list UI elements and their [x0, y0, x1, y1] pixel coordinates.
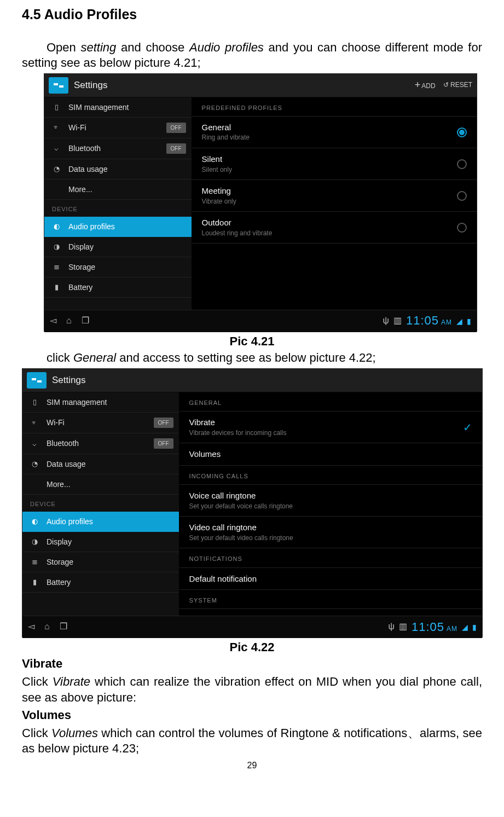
profile-title: Outdoor — [202, 217, 457, 228]
row-vibrate[interactable]: Vibrate Vibrate devices for incoming cal… — [179, 412, 482, 443]
text-em: General — [73, 351, 116, 364]
panel-heading: PREDEFINED PROFILES — [192, 97, 477, 117]
app-title: Settings — [74, 79, 415, 91]
profile-title: Meeting — [202, 186, 457, 196]
screenshot-general-settings: Settings ▯ SIM management ᯤ Wi-Fi OFF ⌵ … — [22, 368, 483, 638]
usb-icon: ψ — [383, 315, 389, 327]
radio-icon[interactable] — [457, 191, 467, 201]
sidebar-item-storage[interactable]: ≣ Storage — [22, 552, 179, 572]
sidebar-item-battery[interactable]: ▮ Battery — [22, 572, 179, 593]
battery-icon: ▮ — [30, 578, 39, 587]
row-title: Default notification — [189, 573, 472, 584]
sidebar-item-display[interactable]: ◑ Display — [44, 237, 192, 257]
sidebar-item-bluetooth[interactable]: ⌵ Bluetooth OFF — [22, 433, 179, 454]
sidebar-item-label: Display — [47, 537, 72, 547]
wifi-toggle[interactable]: OFF — [166, 123, 186, 133]
sidebar-item-label: Audio profiles — [47, 517, 93, 526]
text: which can realize the vibration effect o… — [22, 675, 482, 704]
sidebar-item-label: Audio profiles — [68, 222, 115, 231]
home-icon[interactable]: ⌂ — [66, 315, 72, 327]
check-icon[interactable]: ✓ — [463, 420, 472, 434]
profile-outdoor[interactable]: Outdoor Loudest ring and vibrate — [192, 212, 477, 244]
sidebar-item-wifi[interactable]: ᯤ Wi-Fi OFF — [22, 413, 179, 433]
profile-meeting[interactable]: Meeting Vibrate only — [192, 180, 477, 212]
text: and access to setting see as below pictu… — [116, 351, 376, 364]
battery-status-icon: ▮ — [472, 622, 477, 632]
row-title: Vibrate — [189, 417, 463, 428]
radio-icon[interactable] — [457, 159, 467, 169]
status-clock: 11:05 AM — [412, 619, 457, 635]
profile-subtitle: Ring and vibrate — [202, 134, 457, 142]
profile-subtitle: Loudest ring and vibrate — [202, 229, 457, 238]
sidebar-item-sim[interactable]: ▯ SIM management — [44, 97, 192, 118]
battery-status-icon: ▮ — [467, 316, 471, 326]
bt-toggle[interactable]: OFF — [166, 143, 186, 154]
wifi-toggle[interactable]: OFF — [154, 418, 173, 428]
bt-toggle[interactable]: OFF — [154, 438, 173, 449]
app-header: Settings +ADD ↺ RESET — [44, 74, 477, 97]
data-usage-icon: ◔ — [52, 165, 61, 173]
sidebar-item-label: SIM management — [68, 102, 129, 112]
status-clock: 11:05 AM — [406, 313, 452, 329]
settings-sidebar: ▯ SIM management ᯤ Wi-Fi OFF ⌵ Bluetooth… — [22, 392, 179, 616]
radio-selected-icon[interactable] — [457, 128, 467, 137]
row-default-notification[interactable]: Default notification — [179, 568, 482, 590]
subheading-volumes: Volumes — [22, 708, 482, 723]
sidebar-item-battery[interactable]: ▮ Battery — [44, 277, 192, 298]
usb-icon: ψ — [389, 621, 395, 633]
sidebar-item-label: More... — [68, 184, 92, 194]
sidebar-item-sim[interactable]: ▯ SIM management — [22, 392, 179, 413]
row-subtitle: Set your default voice calls ringtone — [189, 502, 472, 511]
row-subtitle: Vibrate devices for incoming calls — [189, 429, 463, 438]
blank-icon — [52, 185, 61, 194]
clock-time: 11:05 — [412, 619, 444, 635]
system-bar: ◅ ⌂ ❐ ψ ▥ 11:05 AM ◢ ▮ — [22, 616, 482, 638]
system-bar: ◅ ⌂ ❐ ψ ▥ 11:05 AM ◢ ▮ — [44, 310, 477, 332]
sidebar-item-display[interactable]: ◑ Display — [22, 532, 179, 552]
sidebar-item-wifi[interactable]: ᯤ Wi-Fi OFF — [44, 118, 192, 138]
recent-apps-icon[interactable]: ❐ — [60, 621, 67, 633]
row-volumes[interactable]: Volumes — [179, 443, 482, 466]
text: Open — [47, 40, 81, 54]
sidebar-item-more[interactable]: More... — [44, 179, 192, 200]
settings-app-icon — [27, 372, 47, 389]
recent-apps-icon[interactable]: ❐ — [82, 315, 89, 327]
back-icon[interactable]: ◅ — [28, 621, 34, 633]
clock-ampm: AM — [447, 625, 457, 634]
profile-general[interactable]: General Ring and vibrate — [192, 117, 477, 148]
reset-icon: ↺ — [443, 81, 450, 89]
radio-icon[interactable] — [457, 223, 467, 233]
sd-icon: ▥ — [399, 621, 407, 633]
row-video-ringtone[interactable]: Video call ringtone Set your default vid… — [179, 517, 482, 548]
page-number: 29 — [22, 760, 482, 772]
sidebar-item-bluetooth[interactable]: ⌵ Bluetooth OFF — [44, 138, 192, 159]
profile-title: Silent — [202, 154, 457, 165]
sidebar-item-label: Display — [68, 242, 94, 252]
sidebar-item-data[interactable]: ◔ Data usage — [22, 454, 179, 474]
blank-icon — [30, 480, 39, 489]
home-icon[interactable]: ⌂ — [44, 621, 50, 633]
sidebar-item-label: Wi-Fi — [68, 123, 86, 132]
intro-paragraph: Open setting and choose Audio profiles a… — [22, 40, 482, 71]
profile-silent[interactable]: Silent Silent only — [192, 148, 477, 180]
sidebar-item-data[interactable]: ◔ Data usage — [44, 159, 192, 179]
back-icon[interactable]: ◅ — [50, 315, 56, 327]
text-em: setting — [81, 40, 117, 54]
panel-heading: SYSTEM — [179, 590, 482, 609]
add-button[interactable]: +ADD — [415, 79, 436, 91]
svg-rect-2 — [32, 378, 36, 380]
sidebar-item-storage[interactable]: ≣ Storage — [44, 257, 192, 277]
sidebar-item-audio-profiles[interactable]: ◐ Audio profiles — [22, 512, 179, 532]
sidebar-item-audio-profiles[interactable]: ◐ Audio profiles — [44, 217, 192, 237]
sidebar-item-label: Storage — [47, 557, 73, 567]
text-em: Vibrate — [53, 675, 90, 688]
sidebar-item-more[interactable]: More... — [22, 474, 179, 495]
sidebar-section-device: DEVICE — [44, 200, 192, 216]
storage-icon: ≣ — [52, 263, 61, 271]
row-voice-ringtone[interactable]: Voice call ringtone Set your default voi… — [179, 485, 482, 517]
reset-button[interactable]: ↺ RESET — [443, 81, 472, 90]
sd-icon: ▥ — [393, 315, 402, 327]
text: Click — [22, 675, 53, 688]
row-title: Video call ringtone — [189, 522, 472, 533]
section-heading: 4.5 Audio Profiles — [22, 5, 482, 24]
